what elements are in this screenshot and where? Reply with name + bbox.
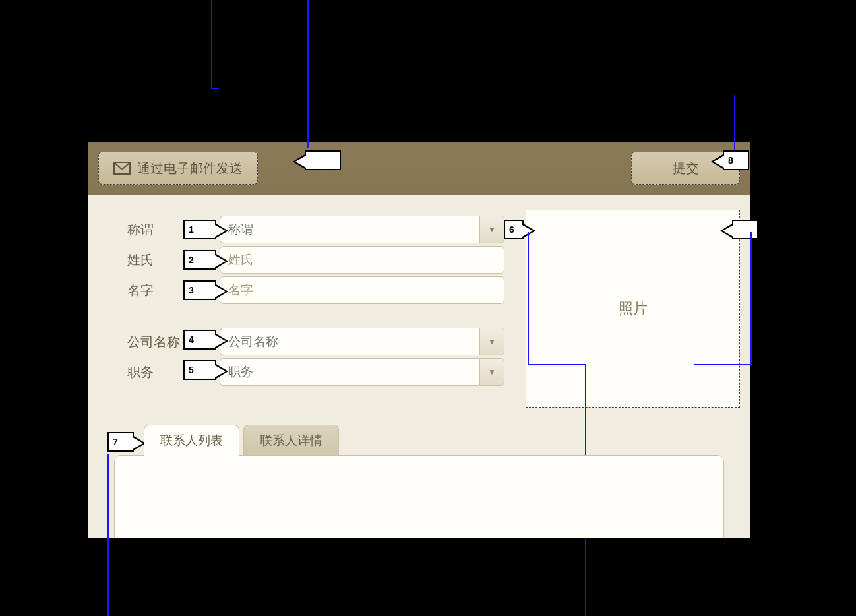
tab-contact-detail[interactable]: 联系人详情 (243, 425, 339, 456)
chevron-down-icon: ▼ (488, 367, 496, 377)
salutation-dropdown[interactable]: ▼ (220, 216, 504, 243)
label-title: 职务 (127, 363, 220, 381)
company-input[interactable] (220, 328, 479, 355)
label-company: 公司名称 (127, 333, 220, 351)
email-send-button[interactable]: 通过电子邮件发送 (98, 152, 258, 185)
title-dropdown[interactable]: ▼ (220, 358, 504, 386)
salutation-dropdown-button[interactable]: ▼ (479, 216, 504, 243)
salutation-input[interactable] (220, 216, 479, 243)
title-input[interactable] (220, 358, 479, 386)
photo-placeholder[interactable]: 照片 (526, 210, 740, 408)
company-dropdown-button[interactable]: ▼ (479, 328, 504, 355)
given-name-input[interactable] (220, 276, 504, 304)
form-area: 称谓 ▼ 姓氏 名字 公司名称 ▼ 职务 ▼ (88, 195, 750, 402)
tab-contact-list[interactable]: 联系人列表 (144, 425, 239, 456)
tabs-area: 联系人列表 联系人详情 (88, 425, 750, 538)
toolbar: 通过电子邮件发送 提交 (88, 142, 750, 195)
label-salutation: 称谓 (127, 221, 220, 239)
company-dropdown[interactable]: ▼ (220, 328, 504, 355)
surname-input[interactable] (220, 246, 504, 274)
chevron-down-icon: ▼ (488, 225, 496, 234)
chevron-down-icon: ▼ (488, 337, 496, 346)
submit-label: 提交 (673, 161, 699, 175)
title-dropdown-button[interactable]: ▼ (479, 358, 504, 386)
label-given-name: 名字 (127, 282, 220, 299)
photo-label: 照片 (619, 299, 648, 319)
mail-icon (113, 162, 131, 175)
label-surname: 姓氏 (127, 251, 220, 269)
app-window: 通过电子邮件发送 提交 称谓 ▼ 姓氏 名字 公司名称 ▼ (88, 142, 750, 538)
submit-button[interactable]: 提交 (631, 152, 740, 185)
tabs-bar: 联系人列表 联系人详情 (144, 425, 724, 456)
email-send-label: 通过电子邮件发送 (137, 160, 243, 177)
tab-content (114, 455, 724, 538)
